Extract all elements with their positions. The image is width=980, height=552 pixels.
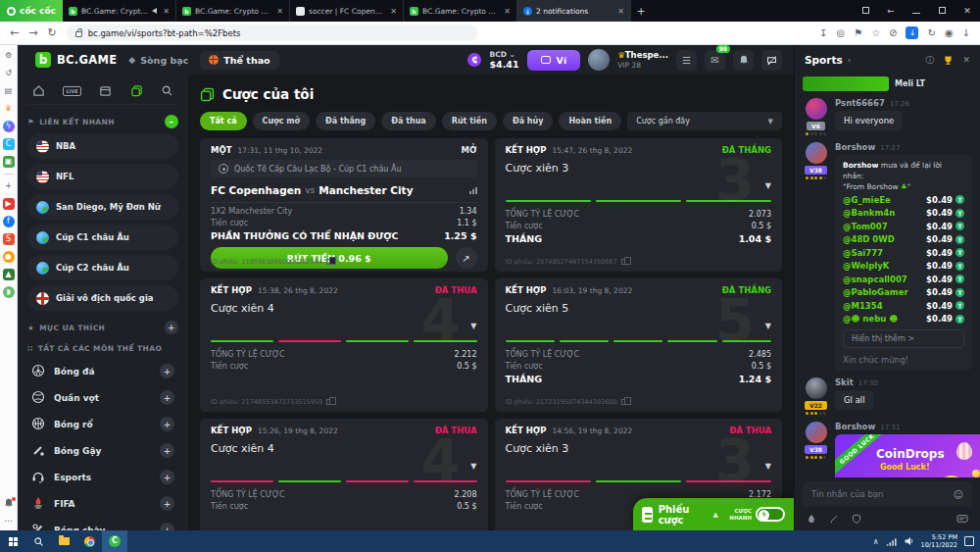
gift-icon[interactable]: ▲ — [3, 269, 15, 280]
bet-match[interactable]: FC CopenhagenvsManchester City — [211, 181, 477, 203]
flag-icon[interactable]: ⚑ — [854, 27, 862, 38]
add-favorite-button[interactable]: + — [165, 321, 178, 334]
reading-list-icon[interactable]: ▤ — [3, 85, 15, 97]
recipient-name[interactable]: @Sai777 — [843, 248, 883, 258]
news-icon[interactable]: ● — [3, 251, 15, 263]
coccoc-button[interactable]: C — [102, 530, 127, 552]
chat-avatar[interactable] — [806, 98, 827, 120]
expand-card-icon[interactable]: ▼ — [765, 181, 771, 190]
shield-icon[interactable] — [852, 514, 861, 524]
my-bets-icon[interactable] — [130, 84, 143, 97]
recipient-name[interactable]: @48D 0WD — [843, 234, 895, 244]
coindrops-banner[interactable]: GOOD LUCKCoinDropsGood Luck!Grab — [835, 434, 980, 477]
filter-5[interactable]: Đã hủy — [503, 112, 554, 130]
quick-link-5[interactable]: Giải vô địch quốc gia — [27, 285, 178, 311]
expand-card-icon[interactable]: ▼ — [470, 322, 476, 330]
volume-icon[interactable] — [904, 536, 914, 546]
expand-card-icon[interactable]: ▼ — [765, 322, 771, 330]
chrome-button[interactable] — [76, 530, 102, 552]
crown-icon[interactable]: ♛ — [3, 103, 15, 115]
copy-icon[interactable] — [621, 259, 626, 265]
quick-link-0[interactable]: NBA — [27, 133, 178, 159]
quick-link-1[interactable]: NFL — [27, 164, 178, 189]
chat-toggle-button[interactable] — [761, 50, 782, 71]
quick-link-3[interactable]: Cúp C1 châu Âu — [27, 225, 178, 250]
quick-bet-toggle[interactable]: ϟ — [756, 507, 785, 522]
sport-item-1[interactable]: Quần vợt+ — [27, 384, 178, 411]
network-icon[interactable] — [886, 537, 897, 546]
tab-close-icon[interactable]: ✕ — [276, 7, 283, 16]
sport-item-6[interactable]: Bóng chày+ — [27, 517, 178, 530]
capture-icon[interactable]: ↧ — [819, 27, 827, 38]
games-icon[interactable]: ▣ — [3, 156, 15, 168]
file-explorer-button[interactable] — [51, 530, 76, 552]
recipient-name[interactable]: @snapcall007 — [843, 275, 907, 284]
close-chat-icon[interactable]: ✕ — [962, 55, 970, 65]
expand-sport-button[interactable]: + — [160, 523, 174, 530]
translate-icon[interactable]: ◎ — [836, 27, 845, 38]
copy-icon[interactable] — [326, 259, 331, 265]
chat-channel[interactable]: Sports — [805, 54, 843, 66]
account-ext-icon[interactable]: ◉ — [945, 27, 954, 38]
recipient-name[interactable]: @G_mieEe — [843, 195, 891, 205]
taskbar-search-button[interactable] — [25, 530, 51, 552]
show-more-button[interactable]: Hiển thị thêm > — [843, 329, 964, 348]
browser-menu-button[interactable]: cốc cốc — [0, 0, 63, 22]
sport-item-2[interactable]: Bóng rổ+ — [27, 411, 178, 437]
chat-username[interactable]: Skit — [835, 377, 854, 387]
recipient-name[interactable]: @Bankm4n — [843, 208, 895, 218]
expand-card-icon[interactable]: ▼ — [470, 462, 476, 471]
new-tab-button[interactable]: + — [631, 0, 651, 22]
youtube-icon[interactable]: ▶ — [3, 198, 15, 210]
share-button[interactable]: ↗ — [456, 247, 477, 269]
betslip-button[interactable]: Phiếu cược ▲ CƯỢC NHANH ϟ — [633, 498, 794, 530]
expand-sport-button[interactable]: + — [160, 496, 174, 511]
filter-4[interactable]: Rút tiền — [442, 112, 497, 130]
recipient-name[interactable]: @PabloGamer — [843, 287, 908, 297]
pencil-icon[interactable] — [829, 514, 839, 524]
refresh-ext-icon[interactable]: ↻ — [927, 27, 935, 38]
browser-tab-4[interactable]: ↓2 notifications✕ — [517, 0, 631, 22]
chevron-right-icon[interactable]: › — [848, 55, 852, 65]
copy-icon[interactable] — [621, 399, 626, 405]
promo-icon[interactable]: ◗ — [3, 286, 15, 298]
start-button[interactable] — [0, 530, 25, 552]
download-badge-icon[interactable]: ↓ — [906, 26, 918, 39]
tray-expand-icon[interactable]: ∧ — [873, 537, 879, 546]
live-icon[interactable]: LIVE — [63, 86, 80, 96]
minimize-button[interactable] — [904, 0, 929, 22]
filter-1[interactable]: Cược mở — [253, 112, 310, 130]
sport-item-3[interactable]: Bóng Gậy+ — [27, 437, 178, 464]
info-icon[interactable]: ⓘ — [925, 54, 934, 67]
recipient-name[interactable]: @Tom007 — [843, 222, 888, 231]
rain-icon[interactable] — [807, 514, 816, 524]
sort-dropdown[interactable]: Cược gần đây ▼ — [627, 112, 782, 130]
add-shortcut-icon[interactable]: + — [3, 180, 15, 192]
quick-link-4[interactable]: Cúp C2 châu Âu — [27, 255, 178, 280]
nav-casino[interactable]: ◆ Sòng bạc — [128, 55, 188, 66]
stats-icon[interactable] — [469, 187, 477, 194]
shopee-icon[interactable]: S — [3, 233, 15, 245]
reload-button[interactable]: ↻ — [47, 26, 56, 39]
recipient-name[interactable]: @M1354 — [843, 301, 883, 311]
inbox-button[interactable]: ✉99 — [705, 50, 725, 71]
downloads-icon[interactable]: ↓ — [962, 27, 970, 38]
expand-sport-button[interactable]: + — [160, 364, 174, 378]
chat-avatar[interactable] — [806, 142, 827, 164]
filter-6[interactable]: Hoàn tiền — [559, 112, 621, 130]
sport-item-4[interactable]: Esports+ — [27, 464, 178, 490]
clock[interactable]: 5:52 PM 10/11/2022 — [921, 533, 957, 549]
sport-item-5[interactable]: FIFA+ — [27, 490, 178, 517]
tab-close-icon[interactable]: ✕ — [504, 7, 511, 16]
trophy-icon[interactable] — [943, 55, 954, 66]
quick-link-2[interactable]: San Diego, Mỹ Đơn Nữ — [27, 194, 178, 220]
user-avatar[interactable] — [588, 49, 610, 71]
chat-avatar[interactable] — [806, 422, 827, 443]
action-center-icon[interactable] — [964, 536, 974, 546]
recipient-name[interactable]: @WelplyK — [843, 261, 889, 271]
forward-button[interactable]: → — [28, 26, 37, 39]
copy-icon[interactable] — [326, 399, 331, 405]
filter-2[interactable]: Đã thắng — [316, 112, 375, 130]
browser-tab-0[interactable]: bBC.Game: Crypto Casino✕ — [63, 0, 176, 22]
chat-username[interactable]: Borshow — [835, 142, 875, 152]
